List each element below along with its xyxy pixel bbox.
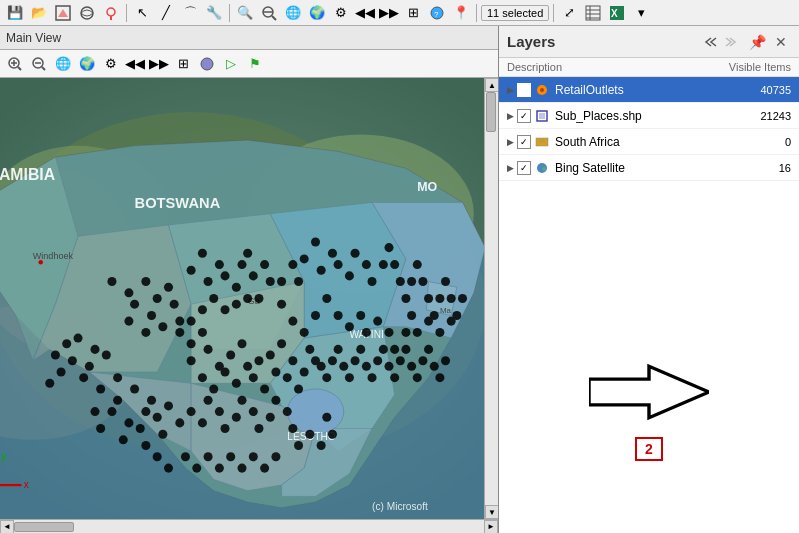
zoom-out-icon[interactable] (258, 2, 280, 24)
arrow-right-icon[interactable]: ▶▶ (378, 2, 400, 24)
layers-close[interactable]: ✕ (771, 32, 791, 52)
svg-point-92 (384, 362, 393, 371)
map-horizontal-scrollbar[interactable]: ◄ ► (0, 519, 498, 533)
map-vertical-scrollbar[interactable]: ▲ ▼ (484, 78, 498, 519)
toolbar-line[interactable]: ╱ (155, 2, 177, 24)
map-tool-grid[interactable]: ⊞ (172, 53, 194, 75)
excel-icon[interactable]: X (606, 2, 628, 24)
svg-point-133 (237, 260, 246, 269)
svg-point-81 (322, 373, 331, 382)
resize-icon[interactable]: ⤢ (558, 2, 580, 24)
gear-icon[interactable]: ⚙ (330, 2, 352, 24)
table-icon[interactable] (582, 2, 604, 24)
svg-point-215 (204, 452, 213, 461)
h-scroll-track[interactable] (14, 520, 484, 534)
top-toolbar: 💾 📂 ↖ ╱ ⌒ 🔧 🔍 🌐 🌍 ⚙ ◀◀ ▶▶ ⊞ ? 📍 11 selec… (0, 0, 799, 26)
layers-nav-fwd[interactable] (723, 32, 743, 52)
map-tool-globe2[interactable]: 🌍 (76, 53, 98, 75)
svg-point-105 (85, 362, 94, 371)
scroll-track[interactable] (485, 92, 498, 505)
toolbar-icon-2[interactable]: 📂 (28, 2, 50, 24)
layer-checkbox-2[interactable]: ✓ (517, 135, 531, 149)
map-tool-zoom-in[interactable] (4, 53, 26, 75)
svg-point-145 (175, 328, 184, 337)
scroll-down-arrow[interactable]: ▼ (485, 505, 498, 519)
globe-outline-icon[interactable]: 🌐 (282, 2, 304, 24)
svg-point-172 (277, 277, 286, 286)
svg-point-84 (339, 362, 348, 371)
layer-icon-retailoutlets (533, 81, 551, 99)
svg-point-96 (407, 362, 416, 371)
dropdown-arrow-icon[interactable]: ▾ (630, 2, 652, 24)
svg-point-85 (345, 373, 354, 382)
svg-point-206 (294, 441, 303, 450)
svg-point-210 (322, 413, 331, 422)
svg-point-202 (266, 413, 275, 422)
scroll-right-arrow[interactable]: ► (484, 520, 498, 534)
layer-expand-0[interactable]: ▶ (503, 83, 517, 97)
svg-point-93 (390, 373, 399, 382)
toolbar-icon-3[interactable] (52, 2, 74, 24)
layers-header-icons: 📌 ✕ (699, 32, 791, 52)
main-content: Main View 🌐 🌍 ⚙ ◀◀ ▶▶ ⊞ ▷ ⚑ (0, 26, 799, 533)
layer-expand-3[interactable]: ▶ (503, 161, 517, 175)
map-tool-pin[interactable]: ▷ (220, 53, 242, 75)
scroll-left-arrow[interactable]: ◄ (0, 520, 14, 534)
paint-icon[interactable]: ? (426, 2, 448, 24)
h-scroll-thumb[interactable] (14, 522, 74, 532)
map-tool-paint[interactable] (196, 53, 218, 75)
layer-checkbox-1[interactable]: ✓ (517, 109, 531, 123)
svg-point-168 (441, 277, 450, 286)
scroll-up-arrow[interactable]: ▲ (485, 78, 498, 92)
svg-point-123 (175, 317, 184, 326)
layer-checkbox-0[interactable]: ✓ (517, 83, 531, 97)
map-container[interactable]: AMIBIA BOTSWANA MO WATINI LESOTHO Windho… (0, 78, 484, 519)
svg-text:AMIBIA: AMIBIA (0, 166, 56, 183)
scroll-thumb[interactable] (486, 92, 496, 132)
toolbar-cursor[interactable]: ↖ (131, 2, 153, 24)
svg-point-94 (396, 356, 405, 365)
zoom-in-icon[interactable]: 🔍 (234, 2, 256, 24)
svg-point-99 (424, 345, 433, 354)
svg-point-97 (413, 373, 422, 382)
svg-point-62 (209, 384, 218, 393)
svg-point-63 (221, 367, 230, 376)
map-tool-flag[interactable]: ⚑ (244, 53, 266, 75)
map-tool-fwd[interactable]: ▶▶ (148, 53, 170, 75)
layer-expand-2[interactable]: ▶ (503, 135, 517, 149)
toolbar-tools[interactable]: 🔧 (203, 2, 225, 24)
toolbar-curve[interactable]: ⌒ (179, 2, 201, 24)
pin-icon[interactable]: 📍 (450, 2, 472, 24)
svg-point-120 (153, 294, 162, 303)
svg-point-236 (542, 167, 546, 171)
layers-pin[interactable]: 📌 (747, 32, 767, 52)
toolbar-icon-1[interactable]: 💾 (4, 2, 26, 24)
layers-nav-back[interactable] (699, 32, 719, 52)
layer-expand-1[interactable]: ▶ (503, 109, 517, 123)
globe-icon[interactable]: 🌍 (306, 2, 328, 24)
svg-point-111 (62, 339, 71, 348)
toolbar-icon-4[interactable] (76, 2, 98, 24)
map-tool-zoom-out[interactable] (28, 53, 50, 75)
svg-point-90 (373, 356, 382, 365)
grid-icon[interactable]: ⊞ (402, 2, 424, 24)
svg-point-221 (271, 452, 280, 461)
layer-checkbox-3[interactable]: ✓ (517, 161, 531, 175)
map-tool-back[interactable]: ◀◀ (124, 53, 146, 75)
svg-text:MO: MO (417, 180, 437, 194)
svg-point-49 (147, 396, 156, 405)
svg-point-190 (424, 317, 433, 326)
svg-point-193 (187, 407, 196, 416)
layer-item-retailoutlets[interactable]: ▶ ✓ RetailOutlets 40735 (499, 77, 799, 103)
svg-point-188 (407, 311, 416, 320)
arrow-left-icon[interactable]: ◀◀ (354, 2, 376, 24)
layer-item-subplaces[interactable]: ▶ ✓ Sub_Places.shp 21243 (499, 103, 799, 129)
map-tool-gear[interactable]: ⚙ (100, 53, 122, 75)
svg-point-77 (300, 367, 309, 376)
toolbar-icon-5[interactable] (100, 2, 122, 24)
col-description: Description (507, 61, 562, 73)
map-tool-globe[interactable]: 🌐 (52, 53, 74, 75)
svg-point-48 (130, 384, 139, 393)
layer-item-southafrica[interactable]: ▶ ✓ South Africa 0 (499, 129, 799, 155)
layer-item-bingsatellite[interactable]: ▶ ✓ Bing Satellite 16 (499, 155, 799, 181)
